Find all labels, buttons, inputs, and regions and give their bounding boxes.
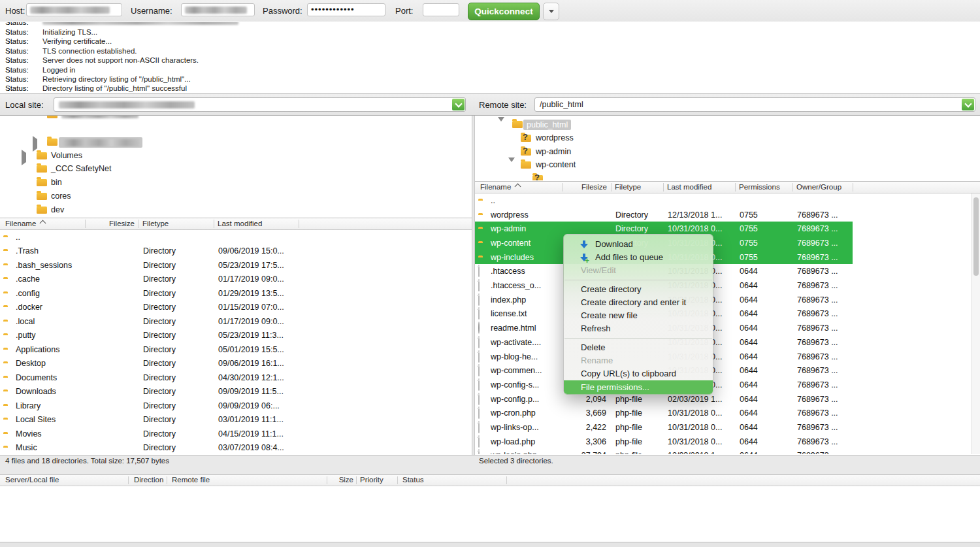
- remote-site-select[interactable]: /public_html: [534, 97, 975, 112]
- transfer-column-remote-file[interactable]: Remote file: [172, 476, 210, 484]
- chevron-down-icon[interactable]: [498, 122, 504, 131]
- tree-item-bin[interactable]: bin: [0, 176, 472, 190]
- transfer-column-server-local-file[interactable]: Server/Local file: [5, 476, 59, 484]
- file-row-wordpress[interactable]: wordpressDirectory12/13/2018 1...0755768…: [475, 208, 972, 222]
- chevron-right-icon[interactable]: [33, 139, 37, 148]
- tree-item-wp-content[interactable]: wp-content: [475, 158, 980, 172]
- file-row-music[interactable]: MusicDirectory03/07/2019 08:4...: [0, 441, 472, 456]
- file-row-library[interactable]: LibraryDirectory09/09/2019 06:...: [0, 399, 472, 413]
- scrollbar-thumb[interactable]: [973, 197, 979, 276]
- column-divider[interactable]: [139, 220, 139, 228]
- file-row--bash-sessions[interactable]: .bash_sessionsDirectory05/23/2019 17:5..…: [0, 258, 472, 273]
- file-row-license-txt[interactable]: license.txt10/31/2018 0...06447689673 ..…: [475, 307, 972, 322]
- column-divider[interactable]: [128, 476, 129, 484]
- column-header-last-modified[interactable]: Last modified: [218, 220, 262, 227]
- menu-item-delete[interactable]: Delete: [564, 341, 713, 354]
- file-row--config[interactable]: .configDirectory01/29/2019 13:5...: [0, 286, 472, 301]
- file-row-wp-admin[interactable]: wp-adminDirectory10/31/2018 0...07557689…: [475, 222, 972, 236]
- column-divider[interactable]: [506, 476, 507, 484]
- file-row-wp-load-php[interactable]: wp-load.php3,306php-file10/31/2018 0...0…: [475, 435, 972, 449]
- quickconnect-dropdown-button[interactable]: [543, 3, 559, 20]
- column-header-filetype[interactable]: Filetype: [615, 183, 641, 191]
- column-header-filesize[interactable]: Filesize: [109, 220, 135, 227]
- tree-item-wordpress[interactable]: ?wordpress: [475, 131, 980, 145]
- menu-item-refresh[interactable]: Refresh: [564, 322, 713, 335]
- tree-item-cores[interactable]: cores: [0, 190, 472, 203]
- file-row-wp-includes[interactable]: wp-includesDirectory10/31/2018 0...07557…: [475, 250, 972, 265]
- remote-site-dropdown-button[interactable]: [962, 99, 974, 110]
- tree-item[interactable]: [0, 116, 472, 122]
- file-row--[interactable]: ..: [0, 230, 472, 244]
- file-row--docker[interactable]: .dockerDirectory01/15/2019 07:0...: [0, 301, 472, 315]
- column-divider[interactable]: [356, 476, 357, 484]
- column-header-filetype[interactable]: Filetype: [142, 220, 169, 227]
- file-row--cache[interactable]: .cacheDirectory01/17/2019 09:0...: [0, 273, 472, 287]
- column-divider[interactable]: [735, 183, 736, 191]
- port-input[interactable]: [423, 3, 459, 16]
- column-divider[interactable]: [327, 476, 327, 484]
- file-row-wp-cron-php[interactable]: wp-cron.php3,669php-file10/31/2018 0...0…: [475, 406, 972, 421]
- local-site-dropdown-button[interactable]: [452, 99, 465, 110]
- transfer-column-status[interactable]: Status: [402, 476, 424, 484]
- column-divider[interactable]: [299, 220, 299, 228]
- transfer-column-priority[interactable]: Priority: [360, 476, 384, 484]
- file-row-wp-links-op-[interactable]: wp-links-op...2,422php-file10/31/2018 0.…: [475, 420, 972, 435]
- column-header-filename[interactable]: Filename: [5, 220, 45, 227]
- file-row-wp-config-p-[interactable]: wp-config.p...2,094php-file02/03/2019 1.…: [475, 392, 972, 406]
- menu-item-add-files-to-queue[interactable]: Add files to queue+: [564, 251, 713, 264]
- menu-item-file-permissions-[interactable]: File permissions...: [564, 380, 713, 394]
- tree-item[interactable]: [0, 135, 472, 149]
- column-header-owner-group[interactable]: Owner/Group: [796, 183, 841, 191]
- username-input[interactable]: [181, 3, 255, 16]
- file-row--htaccess[interactable]: .htaccess10/31/2018 0...06447689673 ...: [475, 265, 972, 279]
- menu-item-copy-url-s-to-clipboard[interactable]: Copy URL(s) to clipboard: [564, 367, 713, 380]
- tree-item-public-html[interactable]: public_html: [475, 118, 980, 131]
- column-header-permissions[interactable]: Permissions: [739, 183, 780, 191]
- local-site-select[interactable]: [54, 97, 466, 112]
- file-row-downloads[interactable]: DownloadsDirectory09/09/2019 11:5...: [0, 385, 472, 399]
- remote-list-scrollbar[interactable]: [972, 193, 980, 454]
- file-row-wp-activate-[interactable]: wp-activate....10/31/2018 0...0644768967…: [475, 335, 972, 350]
- file-row--[interactable]: ..: [475, 193, 972, 208]
- column-header-last-modified[interactable]: Last modified: [667, 183, 711, 191]
- column-divider[interactable]: [792, 183, 793, 191]
- menu-item-create-directory[interactable]: Create directory: [564, 283, 713, 296]
- chevron-right-icon[interactable]: [22, 153, 26, 162]
- file-row-documents[interactable]: DocumentsDirectory04/30/2019 12:1...: [0, 371, 472, 385]
- file-row-wp-login-php[interactable]: wp-login.php37,794php-file12/03/2018 1..…: [475, 449, 972, 454]
- column-divider[interactable]: [611, 183, 612, 191]
- tree-item-volumes[interactable]: Volumes: [0, 149, 472, 163]
- menu-item-create-directory-and-enter-it[interactable]: Create directory and enter it: [564, 296, 713, 309]
- column-header-filename[interactable]: Filename: [480, 183, 520, 191]
- chevron-down-icon[interactable]: [508, 162, 515, 171]
- column-divider[interactable]: [663, 183, 664, 191]
- horizontal-splitter[interactable]: [0, 467, 980, 475]
- menu-item-create-new-file[interactable]: Create new file: [564, 309, 713, 322]
- file-row--trash[interactable]: .TrashDirectory09/06/2019 15:0...: [0, 244, 472, 259]
- column-divider[interactable]: [397, 476, 398, 484]
- file-row-readme-html[interactable]: readme.html10/31/2018 0...06447689673 ..…: [475, 321, 972, 335]
- column-divider[interactable]: [562, 183, 563, 191]
- column-divider[interactable]: [214, 220, 214, 228]
- column-divider[interactable]: [85, 220, 86, 228]
- file-row-desktop[interactable]: DesktopDirectory09/06/2019 16:1...: [0, 357, 472, 371]
- file-row-wp-blog-he-[interactable]: wp-blog-he...10/31/2018 0...06447689673 …: [475, 350, 972, 364]
- file-row-local-sites[interactable]: Local SitesDirectory03/01/2019 11:1...: [0, 413, 472, 427]
- tree-item-wp-admin[interactable]: ?wp-admin: [475, 145, 980, 159]
- file-row-index-php[interactable]: index.php10/31/2018 0...06447689673 ...: [475, 293, 972, 307]
- file-row-movies[interactable]: MoviesDirectory04/15/2019 11:1...: [0, 427, 472, 441]
- transfer-column-direction[interactable]: Direction: [134, 476, 163, 484]
- quickconnect-button[interactable]: Quickconnect: [468, 3, 540, 20]
- menu-item-download[interactable]: Download: [564, 238, 713, 251]
- file-row-applications[interactable]: ApplicationsDirectory05/01/2019 15:5...: [0, 342, 472, 357]
- column-divider[interactable]: [167, 476, 167, 484]
- file-row--putty[interactable]: .puttyDirectory05/23/2019 11:3...: [0, 329, 472, 343]
- column-divider[interactable]: [853, 183, 853, 191]
- file-row-wp-content[interactable]: wp-contentDirectory10/31/2018 0...075576…: [475, 236, 972, 250]
- tree-item[interactable]: ?: [475, 172, 980, 180]
- file-row--local[interactable]: .localDirectory01/17/2019 09:0...: [0, 314, 472, 329]
- password-input[interactable]: ••••••••••••: [307, 3, 385, 16]
- column-header-filesize[interactable]: Filesize: [581, 183, 607, 191]
- file-row-wp-config-s-[interactable]: wp-config-s...10/31/2018 0...06447689673…: [475, 378, 972, 392]
- transfer-column-size[interactable]: Size: [339, 476, 353, 484]
